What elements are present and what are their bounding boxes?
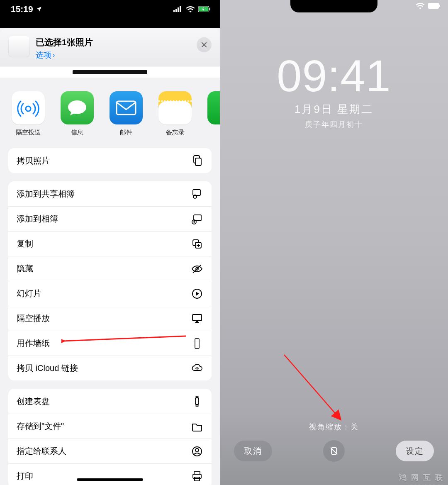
svg-rect-23 bbox=[196, 405, 198, 406]
action-copy-photo[interactable]: 拷贝照片 bbox=[8, 148, 212, 173]
svg-rect-19 bbox=[192, 314, 202, 321]
svg-rect-30 bbox=[428, 3, 439, 9]
preview-strip bbox=[0, 66, 220, 78]
wifi-icon bbox=[186, 6, 195, 12]
watermark: 鸿 网 互 联 bbox=[399, 473, 444, 483]
battery-charging-icon bbox=[198, 6, 211, 12]
share-app-row[interactable]: 隔空投送 信息 邮件 备忘录 bbox=[0, 78, 220, 148]
motion-off-icon bbox=[329, 446, 339, 456]
action-group-1: 拷贝照片 bbox=[8, 148, 212, 173]
copy-photo-icon bbox=[191, 154, 203, 167]
action-duplicate[interactable]: 复制 bbox=[8, 231, 212, 256]
airdrop-icon bbox=[17, 96, 40, 119]
svg-point-25 bbox=[195, 448, 199, 452]
action-use-as-wallpaper[interactable]: 用作墙纸 bbox=[8, 331, 212, 356]
action-group-3: 创建表盘 存储到"文件" 指定给联系人 打印 bbox=[8, 389, 212, 485]
svg-rect-0 bbox=[173, 10, 175, 12]
icloud-link-icon bbox=[191, 362, 203, 375]
wallpaper-icon bbox=[191, 337, 203, 350]
wallpaper-preview-screen: 09:41 1月9日 星期二 庚子年四月初十 视角缩放：关 取消 设定 鸿 网 … bbox=[220, 0, 448, 485]
shared-album-icon bbox=[191, 188, 203, 200]
notch bbox=[290, 0, 377, 12]
status-time: 15:19 bbox=[11, 4, 33, 14]
location-icon bbox=[36, 6, 42, 12]
airplay-icon bbox=[191, 312, 203, 325]
set-button[interactable]: 设定 bbox=[396, 441, 434, 461]
action-save-to-files[interactable]: 存储到"文件" bbox=[8, 414, 212, 439]
action-copy-icloud-link[interactable]: 拷贝 iCloud 链接 bbox=[8, 356, 212, 380]
action-hide[interactable]: 隐藏 bbox=[8, 256, 212, 281]
hide-icon bbox=[191, 263, 203, 275]
svg-rect-20 bbox=[195, 339, 199, 349]
share-sheet: 已选择1张照片 选项› 隔空投送 信 bbox=[0, 28, 220, 485]
annotation-arrow-right bbox=[282, 353, 353, 427]
close-icon bbox=[201, 41, 207, 48]
perspective-zoom-toggle[interactable]: 视角缩放：关 bbox=[220, 422, 448, 432]
action-assign-contact[interactable]: 指定给联系人 bbox=[8, 439, 212, 463]
svg-rect-2 bbox=[178, 7, 179, 12]
svg-rect-27 bbox=[193, 474, 201, 478]
wechat-app-peek[interactable] bbox=[207, 91, 220, 136]
svg-rect-26 bbox=[194, 472, 200, 474]
action-airplay[interactable]: 隔空播放 bbox=[8, 306, 212, 331]
close-button[interactable] bbox=[197, 37, 212, 52]
motion-toggle-button[interactable] bbox=[323, 440, 345, 462]
action-print[interactable]: 打印 bbox=[8, 463, 212, 485]
messages-icon bbox=[66, 98, 88, 118]
duplicate-icon bbox=[191, 238, 203, 250]
action-create-watch-face[interactable]: 创建表盘 bbox=[8, 389, 212, 414]
svg-rect-6 bbox=[209, 8, 210, 10]
signal-icon bbox=[173, 6, 183, 12]
svg-point-7 bbox=[26, 106, 31, 111]
chevron-right-icon: › bbox=[53, 51, 55, 59]
lock-time: 09:41 bbox=[220, 50, 448, 102]
lock-status bbox=[416, 2, 441, 9]
selected-thumbnail[interactable] bbox=[8, 36, 30, 57]
svg-rect-8 bbox=[117, 101, 136, 115]
share-sheet-screen: 15:19 已选择1张照片 选项› bbox=[0, 0, 220, 485]
wifi-icon bbox=[416, 2, 425, 9]
airdrop-app[interactable]: 隔空投送 bbox=[12, 91, 45, 136]
sheet-title: 已选择1张照片 bbox=[36, 37, 191, 48]
lock-date: 1月9日 星期二 bbox=[220, 102, 448, 117]
home-indicator bbox=[77, 478, 143, 481]
mail-app[interactable]: 邮件 bbox=[110, 91, 143, 136]
svg-rect-21 bbox=[195, 398, 199, 405]
watch-face-icon bbox=[191, 395, 203, 407]
mail-icon bbox=[115, 100, 137, 116]
print-icon bbox=[191, 470, 203, 483]
slideshow-icon bbox=[191, 288, 203, 300]
action-add-shared-album[interactable]: 添加到共享相簿 bbox=[8, 181, 212, 206]
messages-app[interactable]: 信息 bbox=[61, 91, 94, 136]
svg-rect-10 bbox=[195, 158, 201, 166]
notes-app[interactable]: 备忘录 bbox=[158, 91, 192, 136]
add-album-icon bbox=[191, 213, 203, 225]
svg-line-33 bbox=[284, 355, 340, 419]
svg-rect-28 bbox=[195, 477, 200, 481]
battery-icon bbox=[428, 3, 441, 9]
action-slideshow[interactable]: 幻灯片 bbox=[8, 281, 212, 306]
action-add-album[interactable]: 添加到相簿 bbox=[8, 206, 212, 231]
action-group-2: 添加到共享相簿 添加到相簿 复制 隐藏 bbox=[8, 181, 212, 380]
svg-rect-1 bbox=[175, 9, 177, 12]
svg-rect-3 bbox=[180, 6, 181, 12]
options-link[interactable]: 选项› bbox=[36, 50, 191, 61]
svg-rect-22 bbox=[196, 396, 198, 397]
svg-rect-11 bbox=[193, 190, 200, 195]
save-files-icon bbox=[191, 420, 203, 433]
lock-lunar-date: 庚子年四月初十 bbox=[220, 119, 448, 129]
cancel-button[interactable]: 取消 bbox=[234, 441, 272, 461]
svg-rect-31 bbox=[439, 5, 440, 7]
assign-contact-icon bbox=[191, 445, 203, 458]
status-bar: 15:19 bbox=[0, 0, 220, 18]
